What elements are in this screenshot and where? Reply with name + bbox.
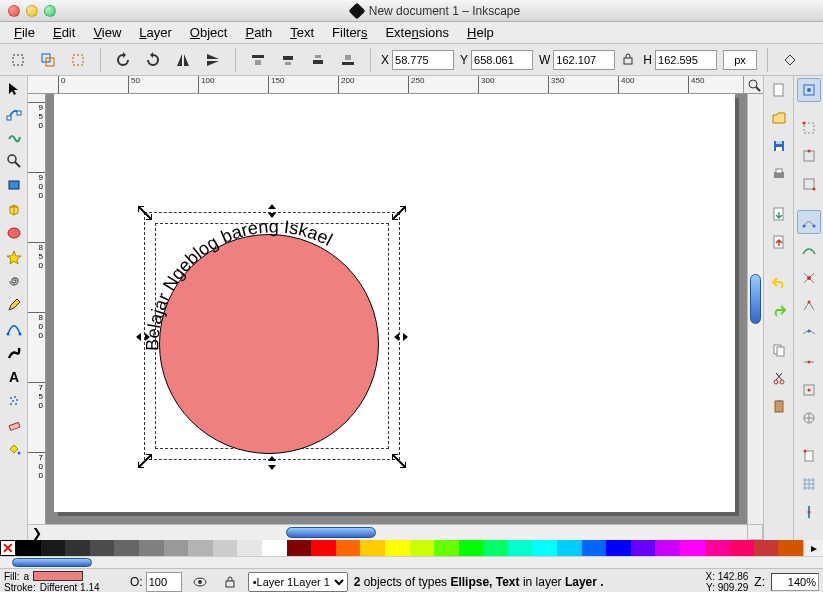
menu-edit[interactable]: Edit (45, 23, 83, 42)
cut-icon[interactable] (767, 366, 791, 390)
snap-midpoint-icon[interactable] (797, 350, 821, 374)
color-swatch[interactable] (213, 540, 238, 556)
color-swatch[interactable] (385, 540, 410, 556)
node-tool-icon[interactable] (2, 102, 26, 124)
scale-handle-w[interactable] (136, 330, 150, 344)
color-swatch[interactable] (188, 540, 213, 556)
import-icon[interactable] (767, 202, 791, 226)
color-swatch[interactable] (410, 540, 435, 556)
snap-bbox-icon[interactable] (797, 116, 821, 140)
copy-icon[interactable] (767, 338, 791, 362)
color-swatch[interactable] (262, 540, 287, 556)
select-all-icon[interactable] (6, 48, 30, 72)
color-swatch[interactable] (705, 540, 730, 556)
color-swatch[interactable] (311, 540, 336, 556)
color-swatch[interactable] (778, 540, 803, 556)
ellipse-tool-icon[interactable] (2, 222, 26, 244)
color-swatch[interactable] (729, 540, 754, 556)
scale-handle-e[interactable] (394, 330, 408, 344)
menu-filters[interactable]: Filters (324, 23, 375, 42)
color-swatch[interactable] (606, 540, 631, 556)
color-swatch[interactable] (508, 540, 533, 556)
scale-handle-n[interactable] (265, 204, 279, 218)
affect-toggle-icon[interactable] (778, 48, 802, 72)
raise-icon[interactable] (276, 48, 300, 72)
snap-smooth-icon[interactable] (797, 322, 821, 346)
eraser-tool-icon[interactable] (2, 414, 26, 436)
layer-visibility-icon[interactable] (188, 570, 212, 593)
raise-top-icon[interactable] (246, 48, 270, 72)
snap-enable-icon[interactable] (797, 78, 821, 102)
text-tool-icon[interactable]: A (2, 366, 26, 388)
snap-page-icon[interactable] (797, 444, 821, 468)
color-swatch[interactable] (434, 540, 459, 556)
text-on-path-object[interactable]: Belajar Ngeblog bareng Iskael (124, 194, 414, 474)
snap-cusp-icon[interactable] (797, 294, 821, 318)
zoom-tool-icon[interactable] (2, 150, 26, 172)
selector-tool-icon[interactable] (2, 78, 26, 100)
scale-handle-s[interactable] (265, 456, 279, 470)
lock-aspect-icon[interactable] (621, 52, 637, 68)
layer-lock-icon[interactable] (218, 570, 242, 593)
zoom-to-fit-icon[interactable] (743, 76, 763, 94)
tweak-tool-icon[interactable] (2, 126, 26, 148)
rect-tool-icon[interactable] (2, 174, 26, 196)
h-input[interactable] (655, 50, 717, 70)
color-swatch[interactable] (532, 540, 557, 556)
unit-select[interactable] (723, 50, 757, 70)
color-swatch[interactable] (631, 540, 656, 556)
color-swatch[interactable] (139, 540, 164, 556)
flip-v-icon[interactable] (201, 48, 225, 72)
deselect-icon[interactable] (66, 48, 90, 72)
bezier-tool-icon[interactable] (2, 318, 26, 340)
new-doc-icon[interactable] (767, 78, 791, 102)
rotate-ccw-icon[interactable] (111, 48, 135, 72)
snap-intersection-icon[interactable] (797, 266, 821, 290)
star-tool-icon[interactable] (2, 246, 26, 268)
menu-path[interactable]: Path (237, 23, 280, 42)
menu-text[interactable]: Text (282, 23, 322, 42)
spray-tool-icon[interactable] (2, 390, 26, 412)
lower-icon[interactable] (306, 48, 330, 72)
fill-stroke-indicator[interactable]: Fill:a Stroke:Different 1.14 (4, 571, 124, 593)
pencil-tool-icon[interactable] (2, 294, 26, 316)
color-swatch[interactable] (754, 540, 779, 556)
layer-select[interactable]: •Layer 1Layer 1 (248, 572, 348, 592)
color-swatch[interactable] (41, 540, 66, 556)
vertical-ruler[interactable]: 950 900 850 800 750 700 (28, 94, 46, 524)
calligraphy-tool-icon[interactable] (2, 342, 26, 364)
close-window-icon[interactable] (8, 5, 20, 17)
menu-file[interactable]: File (6, 23, 43, 42)
horizontal-scrollbar[interactable] (46, 524, 747, 540)
print-icon[interactable] (767, 162, 791, 186)
color-swatch[interactable] (655, 540, 680, 556)
palette-scrollbar[interactable] (0, 556, 823, 568)
menu-view[interactable]: View (85, 23, 129, 42)
export-icon[interactable] (767, 230, 791, 254)
bucket-tool-icon[interactable] (2, 438, 26, 460)
color-swatch[interactable] (483, 540, 508, 556)
open-icon[interactable] (767, 106, 791, 130)
snap-bbox-corner-icon[interactable] (797, 172, 821, 196)
menu-help[interactable]: Help (459, 23, 502, 42)
color-swatch[interactable] (164, 540, 189, 556)
color-swatch[interactable] (287, 540, 312, 556)
undo-icon[interactable] (767, 270, 791, 294)
opacity-input[interactable] (146, 572, 182, 592)
vertical-scrollbar[interactable] (747, 94, 763, 524)
color-swatch[interactable] (114, 540, 139, 556)
3dbox-tool-icon[interactable] (2, 198, 26, 220)
canvas[interactable]: Belajar Ngeblog bareng Iskael (46, 94, 747, 524)
color-swatch[interactable] (582, 540, 607, 556)
color-swatch[interactable] (360, 540, 385, 556)
color-swatch[interactable] (65, 540, 90, 556)
select-all-layers-icon[interactable] (36, 48, 60, 72)
snap-rotation-icon[interactable] (797, 406, 821, 430)
color-swatch[interactable] (680, 540, 705, 556)
lower-bottom-icon[interactable] (336, 48, 360, 72)
snap-center-icon[interactable] (797, 378, 821, 402)
x-input[interactable] (392, 50, 454, 70)
menu-object[interactable]: Object (182, 23, 236, 42)
w-input[interactable] (553, 50, 615, 70)
palette-more-icon[interactable]: ▸ (803, 540, 823, 556)
